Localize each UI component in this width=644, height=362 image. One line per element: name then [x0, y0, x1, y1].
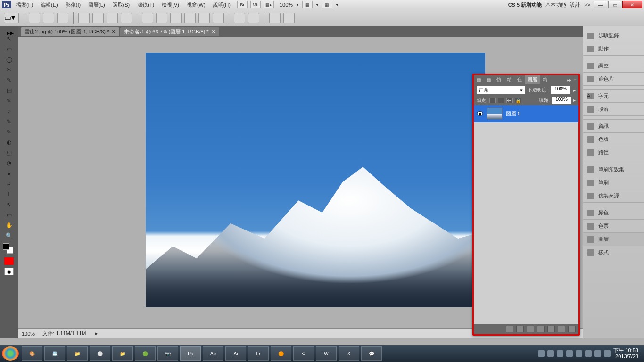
gradient-tool[interactable]: ⬚	[3, 148, 15, 157]
align-icon[interactable]	[142, 13, 153, 23]
taskbar-item[interactable]: 📇	[44, 346, 65, 361]
start-button[interactable]	[2, 346, 19, 361]
brush-tool[interactable]: ⌕	[3, 107, 15, 116]
menu-filter[interactable]: 濾鏡(T)	[135, 0, 156, 9]
path-select-tool[interactable]: ↖	[3, 200, 15, 209]
close-icon[interactable]: ✕	[212, 29, 215, 34]
align-icon[interactable]	[170, 13, 182, 23]
zoom-level[interactable]: 100%	[280, 2, 293, 8]
taskbar-clock[interactable]: 下午 10:53 2013/7/23	[613, 347, 638, 360]
taskbar-item[interactable]: W	[316, 346, 337, 361]
move-tool[interactable]: ↖	[3, 34, 15, 43]
type-tool[interactable]: T	[3, 189, 15, 199]
panel-tab-layers[interactable]: 圖層	[525, 75, 540, 84]
adjustment-layer-icon[interactable]	[537, 326, 545, 332]
menu-image[interactable]: 影像(I)	[64, 0, 83, 9]
taskbar-item[interactable]: Ai	[225, 346, 246, 361]
opacity-input[interactable]: 100%	[551, 86, 570, 94]
taskbar-item[interactable]: Lr	[248, 346, 269, 361]
strip-brush[interactable]: 筆刷	[583, 176, 644, 189]
extra-icon[interactable]: ▦	[322, 1, 332, 8]
tool-preset-icon[interactable]: ▭▾	[4, 13, 19, 23]
strip-clone-source[interactable]: 仿製來源	[583, 189, 644, 203]
group-icon[interactable]	[547, 326, 555, 332]
close-icon[interactable]: ✕	[112, 29, 116, 34]
opt-icon[interactable]	[57, 13, 68, 23]
window-close-button[interactable]: ✕	[622, 1, 642, 8]
visibility-eye-icon[interactable]	[477, 111, 483, 116]
dropdown-icon[interactable]: ▼	[315, 3, 319, 7]
marquee-tool[interactable]: ▭	[3, 44, 15, 54]
distribute-icon[interactable]	[269, 13, 281, 23]
menu-select[interactable]: 選取(S)	[111, 0, 132, 9]
document-tab[interactable]: 雪山2.jpg @ 100% (圖層 0, RGB/8) * ✕	[21, 27, 119, 36]
mask-add-icon[interactable]	[527, 326, 534, 332]
eyedropper-tool[interactable]: ▤	[3, 86, 15, 95]
menu-window[interactable]: 視窗(W)	[185, 0, 207, 9]
taskbar-item[interactable]: 🎨	[22, 346, 42, 361]
layer-name[interactable]: 圖層 0	[506, 110, 520, 117]
menu-layer[interactable]: 圖層(L)	[86, 0, 107, 9]
dodge-tool[interactable]: ●	[3, 169, 15, 178]
menu-help[interactable]: 說明(H)	[211, 0, 232, 9]
panel-tab[interactable]: 色	[514, 75, 525, 84]
menu-view[interactable]: 檢視(V)	[160, 0, 181, 9]
quick-select-tool[interactable]: ✂	[3, 65, 15, 74]
strip-styles[interactable]: 樣式	[583, 246, 644, 259]
hand-tool[interactable]: ✋	[3, 221, 15, 230]
layer-thumbnail[interactable]	[487, 108, 502, 119]
status-zoom[interactable]: 100%	[22, 331, 35, 337]
dropdown-icon[interactable]: ▼	[335, 3, 339, 7]
window-maximize-button[interactable]: ▭	[608, 1, 621, 8]
shape-tool[interactable]: ▭	[3, 210, 15, 220]
minibridge-icon[interactable]: Mb	[250, 1, 261, 8]
link-layers-icon[interactable]	[506, 326, 513, 332]
align-icon[interactable]	[213, 13, 224, 23]
tray-icon[interactable]	[557, 350, 563, 357]
strip-paragraph[interactable]: 段落	[583, 103, 644, 116]
opt-icon[interactable]	[121, 13, 132, 23]
taskbar-item-photoshop[interactable]: Ps	[180, 346, 201, 361]
dropdown-icon[interactable]: ▼	[296, 3, 299, 7]
opt-icon[interactable]	[78, 13, 90, 23]
tray-icon[interactable]	[538, 350, 545, 357]
crop-tool[interactable]: ✎	[3, 75, 15, 85]
blur-tool[interactable]: ◔	[3, 158, 15, 168]
panel-tab[interactable]: 精	[504, 75, 514, 84]
new-layer-icon[interactable]	[558, 326, 565, 332]
document-tab[interactable]: 未命名-1 @ 66.7% (圖層 1, RGB/8) * ✕	[120, 27, 219, 36]
auto-select-icon[interactable]	[29, 13, 40, 23]
taskbar-item[interactable]: 🟠	[271, 346, 291, 361]
align-icon[interactable]	[198, 13, 210, 23]
tray-icon[interactable]	[594, 350, 601, 357]
lasso-tool[interactable]: ◯	[3, 55, 15, 64]
lock-move-icon[interactable]: ✢	[506, 98, 513, 103]
strip-masks[interactable]: 遮色片	[583, 73, 644, 86]
strip-channels[interactable]: 色版	[583, 133, 644, 146]
distribute-icon[interactable]	[248, 13, 259, 23]
quick-mask-swatch[interactable]	[4, 257, 14, 265]
strip-info[interactable]: 資訊	[583, 120, 644, 133]
workspace-design[interactable]: 設計	[570, 1, 580, 8]
strip-layers[interactable]: 圖層	[583, 233, 644, 246]
history-brush-tool[interactable]: ✎	[3, 127, 15, 137]
status-doc-info[interactable]: 文件: 1.11M/1.11M	[42, 330, 86, 337]
align-icon[interactable]	[156, 13, 167, 23]
workspace-more-icon[interactable]: >>	[584, 2, 590, 8]
panel-tab[interactable]: ▦	[484, 76, 494, 83]
taskbar-item[interactable]: 🟢	[135, 346, 156, 361]
workspace-cs5[interactable]: CS 5 新增功能	[508, 1, 542, 8]
align-icon[interactable]	[184, 13, 196, 23]
panel-menu-icon[interactable]: ▸▸ ·≡	[567, 77, 578, 82]
tray-icon[interactable]	[547, 350, 554, 357]
workspace-essentials[interactable]: 基本功能	[545, 1, 566, 8]
document-canvas[interactable]	[146, 53, 485, 307]
foreground-swatch[interactable]	[3, 243, 9, 250]
chevron-right-icon[interactable]: ▸	[573, 88, 576, 93]
strip-actions[interactable]: 動作	[583, 42, 644, 56]
taskbar-item[interactable]: 💬	[361, 346, 382, 361]
screen-mode-icon[interactable]: ◉	[4, 268, 14, 275]
strip-brush-presets[interactable]: 筆刷預設集	[583, 163, 644, 176]
blend-mode-select[interactable]: 正常▾	[477, 86, 525, 94]
fx-icon[interactable]	[516, 326, 524, 332]
